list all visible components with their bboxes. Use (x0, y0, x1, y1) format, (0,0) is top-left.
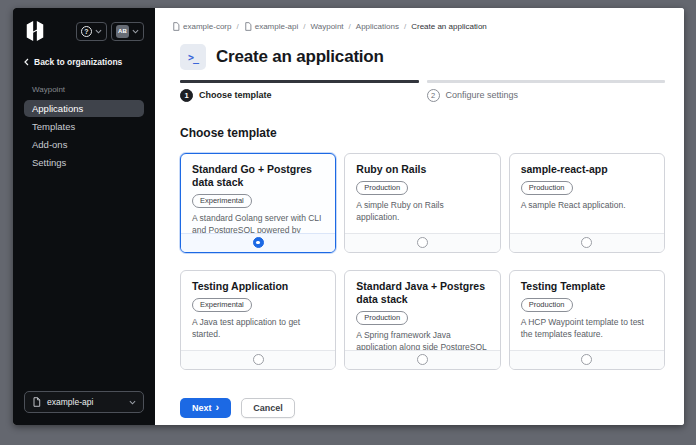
step-number: 1 (180, 89, 193, 102)
template-title: Testing Template (521, 280, 653, 293)
cancel-button[interactable]: Cancel (241, 398, 295, 418)
page-header: >_ Create an application (180, 44, 665, 70)
page-content: >_ Create an application 1 Choose templa… (180, 31, 665, 425)
back-to-organizations-link[interactable]: Back to organizations (24, 57, 144, 67)
chevron-left-icon (24, 58, 29, 66)
template-title: Testing Application (192, 280, 324, 293)
template-title: Ruby on Rails (356, 163, 488, 176)
template-badge: Experimental (192, 298, 252, 312)
stepper: 1 Choose template 2 Configure settings (180, 80, 665, 102)
breadcrumb-label: example-api (255, 22, 299, 31)
template-grid: Standard Go + Postgres data stack Experi… (180, 153, 665, 370)
template-card-standard-go-postgres[interactable]: Standard Go + Postgres data stack Experi… (180, 153, 336, 253)
template-card-sample-react-app[interactable]: sample-react-app Production A sample Rea… (509, 153, 665, 253)
help-question-icon: ? (81, 26, 92, 37)
breadcrumb-item-waypoint[interactable]: Waypoint (311, 22, 344, 31)
template-card-ruby-on-rails[interactable]: Ruby on Rails Production A simple Ruby o… (344, 153, 500, 253)
template-radio[interactable] (581, 237, 592, 248)
cancel-button-label: Cancel (253, 403, 283, 413)
template-description: A Spring framework Java application alon… (356, 330, 488, 350)
terminal-icon: >_ (180, 44, 206, 70)
template-badge: Production (356, 181, 408, 195)
template-description: A simple Ruby on Rails application. (356, 200, 488, 224)
chevron-down-icon (129, 400, 136, 405)
template-title: Standard Java + Postgres data stack (356, 280, 488, 306)
org-icon (172, 22, 180, 31)
breadcrumb: example-corp / example-api / Waypoint / … (172, 21, 665, 31)
sidebar-item-templates[interactable]: Templates (24, 118, 144, 135)
template-description: A sample React application. (521, 200, 653, 212)
breadcrumb-separator: / (236, 22, 238, 31)
step-progress-bar (180, 80, 419, 83)
template-title: Standard Go + Postgres data stack (192, 163, 324, 189)
step-choose-template[interactable]: 1 Choose template (180, 80, 419, 102)
next-button[interactable]: Next › (180, 398, 231, 418)
step-label: Choose template (199, 90, 272, 100)
breadcrumb-separator: / (303, 22, 305, 31)
next-button-label: Next (192, 403, 212, 413)
template-badge: Production (521, 298, 573, 312)
template-description: A standard Golang server with CLI and Po… (192, 213, 324, 233)
template-badge: Production (521, 181, 573, 195)
breadcrumb-label: Applications (356, 22, 399, 31)
breadcrumb-item-applications[interactable]: Applications (356, 22, 399, 31)
template-card-testing-application[interactable]: Testing Application Experimental A Java … (180, 270, 336, 370)
breadcrumb-item-org[interactable]: example-corp (172, 22, 231, 31)
hashicorp-logo-icon (24, 20, 46, 42)
sidebar-nav: Applications Templates Add-ons Settings (24, 100, 144, 171)
chevron-down-icon (132, 29, 139, 34)
template-title: sample-react-app (521, 163, 653, 176)
page-title: Create an application (216, 47, 384, 67)
back-link-label: Back to organizations (34, 57, 122, 67)
template-card-footer (345, 233, 499, 252)
breadcrumb-label: example-corp (183, 22, 231, 31)
template-card-standard-java-postgres[interactable]: Standard Java + Postgres data stack Prod… (344, 270, 500, 370)
breadcrumb-item-project[interactable]: example-api (244, 22, 299, 31)
template-card-footer (345, 350, 499, 369)
template-radio[interactable] (417, 237, 428, 248)
sidebar: ? AB Back to organizations Waypoint (13, 8, 155, 425)
template-radio[interactable] (417, 354, 428, 365)
app-window: ? AB Back to organizations Waypoint (13, 8, 684, 425)
breadcrumb-separator: / (404, 22, 406, 31)
step-progress-bar (427, 80, 666, 83)
breadcrumb-label: Create an application (411, 22, 487, 31)
nav-item-label: Applications (32, 103, 83, 114)
breadcrumb-label: Waypoint (311, 22, 344, 31)
chevron-down-icon (95, 29, 102, 34)
sidebar-item-addons[interactable]: Add-ons (24, 136, 144, 153)
template-radio[interactable] (581, 354, 592, 365)
project-selector-value: example-api (47, 397, 123, 407)
form-actions: Next › Cancel (180, 398, 665, 418)
section-heading: Choose template (180, 126, 665, 140)
template-card-footer (510, 350, 664, 369)
nav-item-label: Settings (32, 157, 66, 168)
sidebar-top-bar: ? AB (24, 21, 144, 41)
sidebar-item-applications[interactable]: Applications (24, 100, 144, 117)
template-description: A HCP Waypoint template to test the temp… (521, 317, 653, 341)
project-icon (32, 397, 41, 407)
sidebar-section-label: Waypoint (24, 85, 144, 94)
template-description: A Java test application to get started. (192, 317, 324, 341)
step-number: 2 (427, 89, 440, 102)
template-badge: Production (356, 311, 408, 325)
project-selector[interactable]: example-api (24, 391, 144, 413)
template-badge: Experimental (192, 194, 252, 208)
template-card-footer (181, 350, 335, 369)
nav-item-label: Templates (32, 121, 75, 132)
main-content: example-corp / example-api / Waypoint / … (155, 8, 684, 425)
user-menu-button[interactable]: AB (111, 22, 144, 41)
template-card-testing-template[interactable]: Testing Template Production A HCP Waypoi… (509, 270, 665, 370)
help-menu-button[interactable]: ? (76, 22, 107, 41)
step-configure-settings[interactable]: 2 Configure settings (427, 80, 666, 102)
sidebar-item-settings[interactable]: Settings (24, 154, 144, 171)
project-icon (244, 22, 252, 31)
template-radio[interactable] (253, 354, 264, 365)
breadcrumb-separator: / (349, 22, 351, 31)
top-controls: ? AB (76, 22, 144, 41)
template-radio[interactable] (253, 237, 264, 248)
step-label: Configure settings (446, 90, 519, 100)
user-avatar: AB (116, 25, 129, 38)
chevron-right-icon: › (216, 402, 220, 413)
breadcrumb-item-current: Create an application (411, 22, 487, 31)
